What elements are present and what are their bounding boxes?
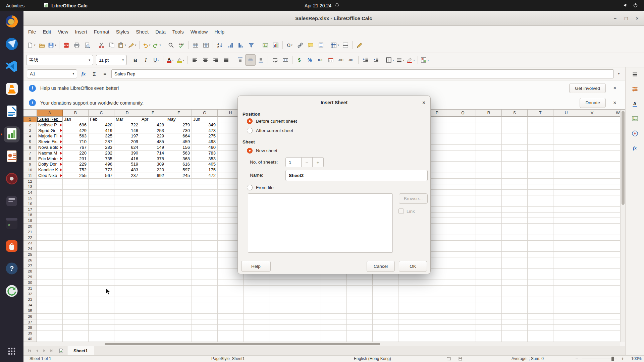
- cell-E12[interactable]: [140, 179, 166, 184]
- cell-Q2[interactable]: [450, 122, 476, 128]
- cell-V24[interactable]: [579, 246, 605, 252]
- cell-R7[interactable]: [476, 150, 502, 156]
- cell-D17[interactable]: [114, 207, 140, 213]
- clock[interactable]: Apr 21 20:24: [305, 3, 339, 8]
- cell-P32[interactable]: [424, 291, 450, 297]
- cell-T30[interactable]: [528, 280, 553, 286]
- cell-S18[interactable]: [502, 213, 528, 218]
- increase-indent-button[interactable]: [360, 54, 371, 66]
- headers-and-footers-button[interactable]: [316, 40, 326, 51]
- print-preview-button[interactable]: [82, 40, 92, 51]
- cell-W9[interactable]: [605, 162, 620, 167]
- cell-D19[interactable]: [114, 218, 140, 224]
- cell-T33[interactable]: [528, 297, 553, 303]
- cell-V27[interactable]: [579, 263, 605, 269]
- cell-Q29[interactable]: [450, 274, 476, 280]
- cell-W39[interactable]: [605, 330, 620, 336]
- dock-ubuntu-software[interactable]: [4, 239, 20, 255]
- cell-W14[interactable]: [605, 190, 620, 195]
- cell-V40[interactable]: [579, 336, 605, 342]
- sum-icon[interactable]: Σ: [90, 69, 99, 78]
- cell-T28[interactable]: [528, 269, 553, 275]
- row-header-6[interactable]: 6: [23, 145, 37, 150]
- print-button[interactable]: [71, 40, 82, 51]
- cell-T39[interactable]: [528, 330, 553, 336]
- cell-G29[interactable]: [192, 274, 218, 280]
- cell-E2[interactable]: 428: [140, 122, 166, 128]
- cell-F36[interactable]: [166, 314, 192, 319]
- cell-L37[interactable]: [321, 319, 347, 325]
- formula-input[interactable]: [111, 69, 614, 78]
- cell-N39[interactable]: [373, 330, 398, 336]
- cell-A4[interactable]: Majorie Fl: [37, 133, 63, 139]
- cell-L30[interactable]: [321, 280, 347, 286]
- redo-button[interactable]: ▾: [152, 40, 162, 51]
- cell-B3[interactable]: 429: [63, 128, 89, 134]
- cell-D10[interactable]: 483: [114, 167, 140, 173]
- cell-B15[interactable]: [63, 195, 89, 201]
- cell-O36[interactable]: [398, 314, 424, 319]
- cell-R33[interactable]: [476, 297, 502, 303]
- cell-K39[interactable]: [295, 330, 321, 336]
- expand-formula-bar-icon[interactable]: ▾: [616, 69, 622, 78]
- cell-R15[interactable]: [476, 195, 502, 201]
- cell-A11[interactable]: Cleo Nixo: [37, 173, 63, 179]
- column-header-Q[interactable]: Q: [450, 110, 476, 117]
- cell-E15[interactable]: [140, 195, 166, 201]
- cell-A20[interactable]: [37, 224, 63, 229]
- delete-decimal-place-button[interactable]: .00−: [346, 54, 357, 66]
- cell-G21[interactable]: [192, 229, 218, 235]
- cell-A40[interactable]: [37, 336, 63, 342]
- cell-V36[interactable]: [579, 314, 605, 319]
- previous-sheet-icon[interactable]: [34, 348, 40, 354]
- spelling-button[interactable]: ABC: [176, 40, 186, 51]
- cell-O39[interactable]: [398, 330, 424, 336]
- cell-C6[interactable]: 283: [89, 145, 114, 150]
- cell-Q26[interactable]: [450, 257, 476, 263]
- cell-R10[interactable]: [476, 167, 502, 173]
- cell-T11[interactable]: [528, 173, 553, 179]
- cell-W11[interactable]: [605, 173, 620, 179]
- cell-F9[interactable]: 616: [166, 162, 192, 167]
- cell-C14[interactable]: [89, 190, 114, 195]
- cell-N31[interactable]: [373, 286, 398, 291]
- cell-A33[interactable]: [37, 297, 63, 303]
- cell-B20[interactable]: [63, 224, 89, 229]
- cell-U29[interactable]: [553, 274, 579, 280]
- cell-D8[interactable]: 416: [114, 156, 140, 162]
- cell-H39[interactable]: [218, 330, 244, 336]
- cell-B13[interactable]: [63, 184, 89, 190]
- dock-vlc[interactable]: [4, 81, 20, 98]
- cell-R23[interactable]: [476, 241, 502, 246]
- zoom-slider-thumb[interactable]: [611, 357, 614, 361]
- cell-F24[interactable]: [166, 246, 192, 252]
- cell-E33[interactable]: [140, 297, 166, 303]
- cell-M34[interactable]: [347, 302, 373, 308]
- row-header-29[interactable]: 29: [23, 274, 37, 280]
- column-header-W[interactable]: W: [605, 110, 620, 117]
- row-header-33[interactable]: 33: [23, 297, 37, 303]
- cell-U22[interactable]: [553, 235, 579, 241]
- cell-J30[interactable]: [269, 280, 295, 286]
- cell-V14[interactable]: [579, 190, 605, 195]
- cell-E3[interactable]: 253: [140, 128, 166, 134]
- cell-D38[interactable]: [114, 325, 140, 330]
- cell-T25[interactable]: [528, 252, 553, 257]
- cell-V20[interactable]: [579, 224, 605, 229]
- cell-G3[interactable]: 473: [192, 128, 218, 134]
- cell-W8[interactable]: [605, 156, 620, 162]
- cell-G19[interactable]: [192, 218, 218, 224]
- cell-U30[interactable]: [553, 280, 579, 286]
- cell-T9[interactable]: [528, 162, 553, 167]
- cell-F31[interactable]: [166, 286, 192, 291]
- cell-A30[interactable]: [37, 280, 63, 286]
- cell-L33[interactable]: [321, 297, 347, 303]
- cell-B22[interactable]: [63, 235, 89, 241]
- cell-D27[interactable]: [114, 263, 140, 269]
- format-as-currency-button[interactable]: $: [294, 54, 305, 66]
- undo-button[interactable]: ▾: [141, 40, 152, 51]
- cell-R6[interactable]: [476, 145, 502, 150]
- cell-N40[interactable]: [373, 336, 398, 342]
- cut-button[interactable]: [96, 40, 106, 51]
- cell-B19[interactable]: [63, 218, 89, 224]
